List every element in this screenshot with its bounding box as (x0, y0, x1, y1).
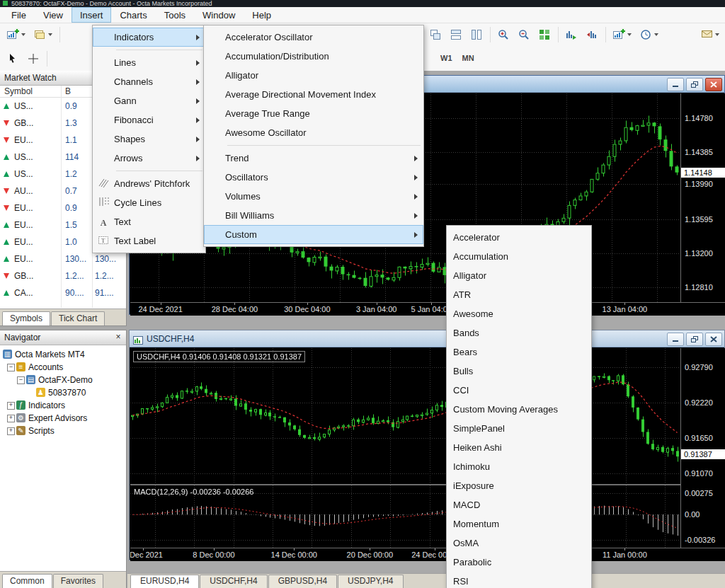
indicators-menu-item-awesome-oscillator[interactable]: Awesome Oscillator (204, 123, 423, 142)
indicators-menu-item-alligator[interactable]: Alligator (204, 66, 423, 85)
tree-item-octa-markets-mt4[interactable]: ▥Octa Markets MT4 (0, 348, 126, 361)
chart-tab-usdchf-h4[interactable]: USDCHF,H4 (200, 575, 267, 588)
insert-menu-item-lines[interactable]: Lines (93, 53, 205, 72)
restore-button[interactable] (686, 333, 703, 346)
insert-menu-item-andrews-pitchfork[interactable]: Andrews' Pitchfork (93, 174, 205, 193)
custom-menu-item-parabolic[interactable]: Parabolic (447, 553, 591, 572)
mail-button[interactable] (697, 26, 723, 43)
cascade-windows-button[interactable] (426, 26, 445, 43)
restore-button[interactable] (686, 78, 703, 91)
custom-menu-item-bands[interactable]: Bands (447, 323, 591, 342)
expand-icon[interactable]: + (7, 415, 15, 422)
insert-menu-item-indicators[interactable]: Indicators (93, 28, 205, 47)
collapse-icon[interactable]: − (7, 364, 15, 371)
zoom-in-button[interactable] (494, 26, 513, 43)
menu-charts[interactable]: Charts (111, 7, 155, 23)
toolbar-separator (490, 27, 491, 42)
tree-item-scripts[interactable]: +✎Scripts (0, 425, 126, 437)
tree-item-expert-advisors[interactable]: +⚙Expert Advisors (0, 412, 126, 425)
menu-file[interactable]: File (3, 7, 35, 23)
close-icon[interactable]: × (113, 332, 123, 342)
market-watch-row[interactable]: CA...90....91.... (0, 284, 126, 301)
indicators-menu-item-trend[interactable]: Trend (204, 149, 423, 168)
custom-menu-item-ichimoku[interactable]: Ichimoku (447, 457, 591, 476)
chart-shift-button[interactable] (583, 26, 602, 43)
insert-menu-item-text[interactable]: AText (93, 212, 205, 231)
custom-menu-item-alligator[interactable]: Alligator (447, 266, 591, 285)
custom-menu-item-simplepanel[interactable]: SimplePanel (447, 419, 591, 438)
clock-button[interactable] (636, 26, 662, 43)
cursor-button[interactable] (4, 50, 23, 67)
menu-help[interactable]: Help (244, 7, 280, 23)
minimize-button[interactable] (667, 78, 684, 91)
new-chart-button[interactable] (4, 26, 29, 43)
insert-menu-item-arrows[interactable]: Arrows (93, 149, 205, 168)
indicators-menu-item-bill-williams[interactable]: Bill Williams (204, 206, 423, 225)
tree-item-indicators[interactable]: +ƒIndicators (0, 399, 126, 412)
custom-menu-item-iexposure[interactable]: iExposure (447, 476, 591, 495)
tile-vertical-button[interactable] (467, 26, 486, 43)
indicators-menu-item-oscillators[interactable]: Oscillators (204, 168, 423, 187)
expand-icon[interactable]: + (7, 427, 15, 435)
zoom-out-button[interactable] (515, 26, 534, 43)
menu-tools[interactable]: Tools (156, 7, 194, 23)
insert-menu-item-shapes[interactable]: Shapes (93, 129, 205, 149)
timeframe-mn[interactable]: MN (457, 51, 479, 65)
tab-symbols[interactable]: Symbols (2, 311, 50, 325)
menu-view[interactable]: View (35, 7, 72, 23)
custom-menu-item-accumulation[interactable]: Accumulation (447, 247, 591, 266)
custom-menu-item-rsi[interactable]: RSI (447, 572, 591, 588)
usdchf-window-titlebar[interactable]: USDCHF,H4 (130, 330, 724, 347)
tab-tick-chart[interactable]: Tick Chart (51, 311, 105, 325)
custom-menu-item-osma[interactable]: OsMA (447, 534, 591, 553)
timeframe-w1[interactable]: W1 (435, 51, 457, 65)
insert-menu-item-cycle-lines[interactable]: Cycle Lines (93, 193, 205, 212)
indicators-menu-item-volumes[interactable]: Volumes (204, 187, 423, 206)
custom-menu-item-heiken-ashi[interactable]: Heiken Ashi (447, 438, 591, 457)
indicators-menu-item-accelerator-oscillator[interactable]: Accelerator Oscillator (204, 28, 423, 47)
insert-menu-item-channels[interactable]: Channels (93, 72, 205, 91)
insert-menu-item-text-label[interactable]: TText Label (93, 231, 205, 250)
custom-menu-item-cci[interactable]: CCI (447, 381, 591, 400)
tree-item-accounts[interactable]: −≡Accounts (0, 361, 126, 374)
tile-windows-button[interactable] (535, 26, 554, 43)
profiles-button[interactable] (30, 26, 56, 43)
chart-tab-usdjpy-h4[interactable]: USDJPY,H4 (338, 575, 403, 588)
auto-scroll-button[interactable] (562, 26, 581, 43)
indicators-menu-item-custom[interactable]: Custom (204, 225, 423, 244)
navigator-header[interactable]: Navigator × (0, 330, 126, 345)
insert-menu-item-fibonacci[interactable]: Fibonacci (93, 110, 205, 129)
new-chart-button[interactable] (610, 26, 635, 43)
market-watch-row[interactable]: GB...1.2...1.2... (0, 267, 126, 284)
indicators-menu-item-average-true-range[interactable]: Average True Range (204, 104, 423, 123)
crosshair-button[interactable] (24, 50, 43, 67)
indicators-menu-item-accumulation-distribution[interactable]: Accumulation/Distribution (204, 47, 423, 66)
chart-tab-gbpusd-h4[interactable]: GBPUSD,H4 (268, 575, 337, 588)
usdchf-chart-canvas[interactable] (130, 348, 680, 484)
collapse-icon[interactable]: − (17, 376, 25, 384)
insert-menu-item-gann[interactable]: Gann (93, 91, 205, 110)
close-button[interactable] (705, 333, 722, 346)
indicators-menu-item-average-directional-movement-index[interactable]: Average Directional Movement Index (204, 85, 423, 104)
tab-favorites[interactable]: Favorites (53, 574, 103, 588)
expand-icon[interactable]: + (7, 402, 15, 410)
custom-menu-item-awesome[interactable]: Awesome (447, 304, 591, 323)
chart-tab-eurusd-h4[interactable]: EURUSD,H4 (130, 575, 199, 588)
custom-menu-item-atr[interactable]: ATR (447, 285, 591, 304)
custom-menu-item-accelerator[interactable]: Accelerator (447, 228, 591, 247)
minimize-button[interactable] (667, 333, 684, 346)
tree-item-50837870[interactable]: ♟50837870 (0, 386, 126, 399)
tile-horizontal-button[interactable] (447, 26, 466, 43)
menu-window[interactable]: Window (194, 7, 244, 23)
menu-insert[interactable]: Insert (72, 7, 112, 23)
custom-menu-item-bears[interactable]: Bears (447, 342, 591, 362)
close-button[interactable] (705, 78, 722, 91)
custom-menu-item-bulls[interactable]: Bulls (447, 362, 591, 381)
tree-item-octafx-demo[interactable]: −▤OctaFX-Demo (0, 374, 126, 386)
custom-menu-item-custom-moving-averages[interactable]: Custom Moving Averages (447, 400, 591, 419)
tab-common[interactable]: Common (2, 574, 52, 588)
window-titlebar[interactable]: 50837870: OctaFX-Demo - Demo Account - O… (0, 0, 725, 7)
custom-menu-item-macd[interactable]: MACD (447, 495, 591, 514)
custom-menu-item-momentum[interactable]: Momentum (447, 514, 591, 534)
toolbar-separator (47, 51, 47, 67)
